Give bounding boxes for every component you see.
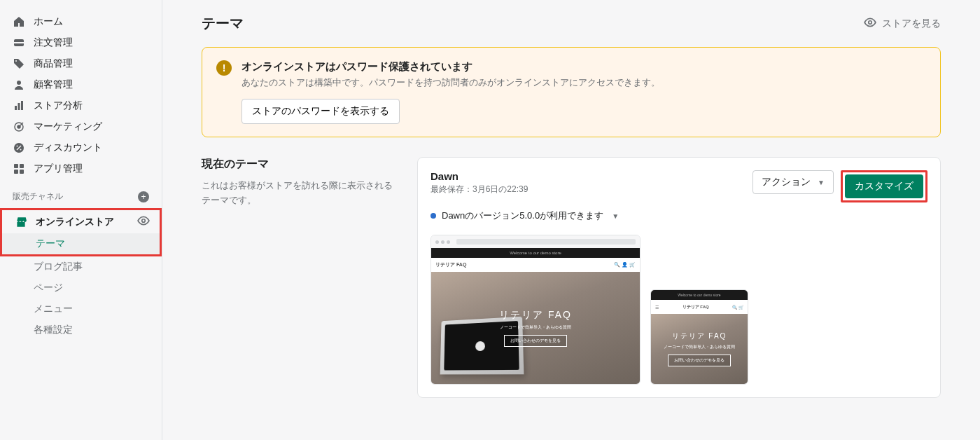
home-icon: [13, 15, 25, 28]
nav-label: 商品管理: [34, 57, 73, 70]
svg-rect-12: [14, 164, 18, 168]
nav-analytics[interactable]: ストア分析: [0, 95, 162, 116]
nav-label: ディスカウント: [34, 142, 102, 154]
add-channel-button[interactable]: +: [138, 191, 149, 202]
percent-icon: [13, 142, 25, 154]
svg-rect-6: [21, 101, 23, 110]
theme-previews: Welcome to our demo store リテリア FAQ 🔍 👤 🛒…: [430, 235, 927, 385]
preview-announcement: Welcome to our demo store: [431, 248, 640, 258]
subnav-preferences[interactable]: 各種設定: [0, 319, 162, 341]
current-theme-card: Dawn 最終保存：3月6日の22:39 アクション ▼ カスタマイズ: [417, 157, 941, 398]
menu-icon: ☰: [655, 305, 659, 310]
svg-point-18: [869, 21, 872, 25]
browser-chrome: [431, 235, 640, 248]
view-store-label: ストアを見る: [882, 18, 941, 30]
tag-icon: [13, 57, 25, 70]
svg-point-3: [17, 81, 21, 85]
bars-icon: [13, 99, 25, 112]
subnav-themes[interactable]: テーマ: [2, 233, 160, 254]
preview-header: リテリア FAQ 🔍 👤 🛒: [431, 258, 640, 272]
subnav-blog[interactable]: ブログ記事: [0, 256, 162, 277]
svg-rect-1: [14, 42, 24, 43]
actions-label: アクション: [762, 176, 811, 188]
nav-online-store[interactable]: オンラインストア: [2, 210, 160, 233]
nav-label: 顧客管理: [34, 78, 73, 91]
svg-rect-16: [17, 222, 24, 227]
svg-point-17: [142, 219, 146, 223]
page-title: テーマ: [202, 14, 244, 33]
nav-marketing[interactable]: マーケティング: [0, 116, 162, 137]
main-content: テーマ ストアを見る ! オンラインストアはパスワード保護されています あなたの…: [162, 0, 980, 440]
nav-home[interactable]: ホーム: [0, 11, 162, 32]
nav-label: オンラインストア: [36, 216, 114, 228]
channel-header: 販売チャネル +: [0, 179, 162, 208]
grid-icon: [13, 163, 25, 175]
banner-text: あなたのストアは構築中です。パスワードを持つ訪問者のみがオンラインストアにアクセ…: [241, 76, 660, 89]
sidebar: ホーム 注文管理 商品管理 顧客管理 ストア分析 マーケティング ディスカウント: [0, 0, 162, 440]
section-title: 現在のテーマ: [202, 157, 398, 172]
svg-point-2: [15, 60, 17, 62]
preview-header-icons: 🔍 👤 🛒: [614, 262, 636, 268]
nav-label: 注文管理: [34, 36, 73, 49]
preview-hero: リテリア FAQ ノーコードで簡単导入・あらゆる質問 お問い合わせのデモを見る: [651, 314, 748, 384]
preview-hero: リテリア FAQ ノーコードで簡単导入・あらゆる質問 お問い合わせのデモを見る: [431, 272, 640, 384]
preview-desktop: Welcome to our demo store リテリア FAQ 🔍 👤 🛒…: [430, 235, 640, 385]
nav-label: アプリ管理: [34, 163, 83, 175]
eye-icon[interactable]: [137, 214, 150, 229]
preview-mobile: Welcome to our demo store ☰ リテリア FAQ 🔍 🛒…: [650, 289, 748, 385]
password-banner: ! オンラインストアはパスワード保護されています あなたのストアは構築中です。パ…: [202, 47, 941, 137]
nav-discounts[interactable]: ディスカウント: [0, 137, 162, 158]
channel-header-label: 販売チャネル: [13, 191, 63, 202]
theme-last-saved: 最終保存：3月6日の22:39: [430, 184, 528, 195]
preview-announcement: Welcome to our demo store: [651, 290, 748, 300]
chevron-down-icon: ▼: [818, 179, 825, 186]
highlight-annotation: オンラインストア テーマ: [0, 208, 162, 256]
subnav-navigation[interactable]: メニュー: [0, 298, 162, 319]
show-password-button[interactable]: ストアのパスワードを表示する: [241, 99, 400, 124]
view-store-link[interactable]: ストアを見る: [864, 16, 941, 31]
target-icon: [13, 121, 25, 133]
inbox-icon: [13, 36, 25, 49]
svg-rect-13: [20, 164, 24, 168]
customize-button[interactable]: カスタマイズ: [845, 174, 923, 198]
svg-point-8: [18, 125, 20, 128]
version-notice[interactable]: Dawnのバージョン5.0.0が利用できます ▼: [430, 209, 927, 222]
theme-actions-dropdown[interactable]: アクション ▼: [752, 170, 834, 194]
banner-title: オンラインストアはパスワード保護されています: [241, 60, 660, 74]
store-icon: [15, 216, 27, 228]
subnav-pages[interactable]: ページ: [0, 277, 162, 298]
section-desc: これはお客様がストアを訪れる際に表示されるテーマです。: [202, 179, 398, 208]
dot-icon: [430, 213, 436, 219]
preview-header-icons: 🔍 🛒: [732, 305, 743, 310]
highlight-annotation: カスタマイズ: [841, 170, 927, 202]
nav-customers[interactable]: 顧客管理: [0, 74, 162, 95]
svg-rect-5: [18, 103, 20, 110]
nav-orders[interactable]: 注文管理: [0, 32, 162, 53]
chevron-down-icon: ▼: [612, 212, 619, 220]
version-text: Dawnのバージョン5.0.0が利用できます: [442, 209, 603, 222]
person-icon: [13, 78, 25, 91]
svg-rect-14: [14, 170, 18, 174]
nav-label: マーケティング: [34, 121, 102, 133]
nav-label: ホーム: [34, 15, 63, 28]
theme-name: Dawn: [430, 170, 528, 182]
eye-icon: [864, 16, 876, 31]
svg-rect-4: [15, 106, 17, 110]
svg-point-11: [20, 149, 22, 151]
warning-icon: !: [216, 60, 232, 76]
svg-point-10: [17, 146, 18, 147]
nav-label: ストア分析: [34, 99, 83, 112]
nav-apps[interactable]: アプリ管理: [0, 158, 162, 179]
nav-products[interactable]: 商品管理: [0, 53, 162, 74]
preview-header: ☰ リテリア FAQ 🔍 🛒: [651, 300, 748, 314]
svg-rect-15: [20, 170, 24, 174]
